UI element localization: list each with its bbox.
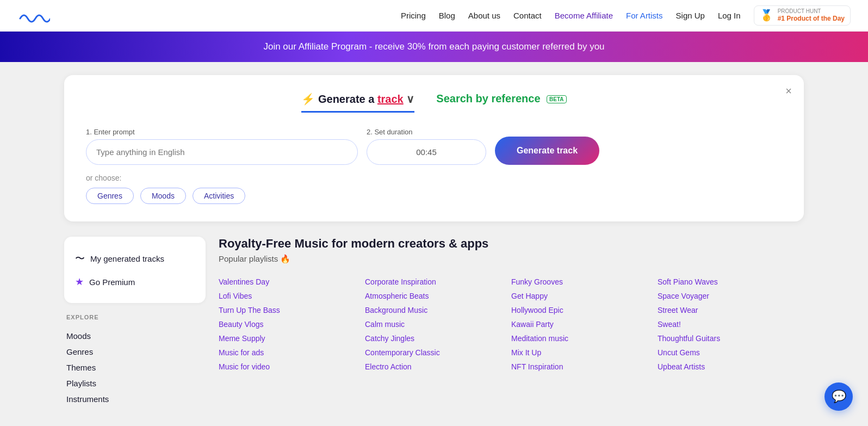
sidebar-card: 〜 My generated tracks ★ Go Premium [64,237,206,303]
playlist-electro-action[interactable]: Electro Action [365,360,511,374]
playlist-beauty-vlogs[interactable]: Beauty Vlogs [219,317,365,331]
duration-label: 2. Set duration [367,128,486,136]
popular-label: Popular playlists 🔥 [219,254,804,264]
lower-layout: 〜 My generated tracks ★ Go Premium EXPLO… [64,237,804,407]
chat-icon: 💬 [832,390,846,404]
banner-text: Join our Affiliate Program - receive 30%… [263,41,604,52]
duration-group: 2. Set duration [367,128,486,165]
header: Pricing Blog About us Contact Become Aff… [0,0,868,32]
explore-playlists[interactable]: Playlists [66,375,203,391]
lightning-icon: ⚡ [301,93,315,105]
playlist-hollywood-epic[interactable]: Hollywood Epic [511,303,658,317]
playlist-street-wear[interactable]: Street Wear [658,303,804,317]
explore-themes[interactable]: Themes [66,360,203,375]
sidebar: 〜 My generated tracks ★ Go Premium EXPLO… [64,237,206,407]
playlist-mix-it-up[interactable]: Mix It Up [511,345,658,360]
nav-login[interactable]: Log In [718,11,741,20]
nav-about[interactable]: About us [468,11,500,20]
playlists-section: Royalty-Free Music for modern creators &… [219,237,804,407]
playlist-column-3: Funky Grooves Get Happy Hollywood Epic K… [511,275,658,374]
playlist-meditation-music[interactable]: Meditation music [511,331,658,345]
logo[interactable] [17,8,50,24]
sidebar-my-tracks[interactable]: 〜 My generated tracks [75,246,195,270]
playlist-kawaii-party[interactable]: Kawaii Party [511,317,658,331]
playlist-music-for-video[interactable]: Music for video [219,360,365,374]
playlist-thoughtful-guitars[interactable]: Thoughtful Guitars [658,331,804,345]
playlist-meme-supply[interactable]: Meme Supply [219,331,365,345]
playlist-atmospheric-beats[interactable]: Atmospheric Beats [365,289,511,303]
affiliate-banner[interactable]: Join our Affiliate Program - receive 30%… [0,32,868,62]
playlist-nft-inspiration[interactable]: NFT Inspiration [511,360,658,374]
playlist-music-for-ads[interactable]: Music for ads [219,345,365,360]
waveform-icon: 〜 [75,252,85,265]
playlist-contemporary-classic[interactable]: Contemporary Classic [365,345,511,360]
playlist-column-2: Corporate Inspiration Atmospheric Beats … [365,275,511,374]
nav-affiliate[interactable]: Become Affiliate [555,11,613,20]
playlists-grid: Valentines Day Lofi Vibes Turn Up The Ba… [219,275,804,374]
playlist-space-voyager[interactable]: Space Voyager [658,289,804,303]
star-icon: ★ [75,276,84,288]
tab-search-label: Search by reference [436,92,540,104]
playlist-funky-grooves[interactable]: Funky Grooves [511,275,658,289]
generator-card: × ⚡ Generate a track ∨ Search by referen… [64,75,804,221]
ph-line2: #1 Product of the Day [778,15,845,22]
generator-tabs: ⚡ Generate a track ∨ Search by reference… [86,92,782,113]
ph-line1: PRODUCT HUNT [778,8,821,14]
explore-genres[interactable]: Genres [66,344,203,360]
filter-pills: Genres Moods Activities [86,188,782,204]
my-tracks-label: My generated tracks [90,254,164,263]
close-button[interactable]: × [785,85,792,97]
nav-pricing[interactable]: Pricing [401,11,426,20]
explore-moods[interactable]: Moods [66,328,203,344]
playlist-upbeat-artists[interactable]: Upbeat Artists [658,360,804,374]
nav-contact[interactable]: Contact [513,11,542,20]
pill-activities[interactable]: Activities [193,188,245,204]
playlist-background-music[interactable]: Background Music [365,303,511,317]
tab-search[interactable]: Search by reference BETA [436,92,566,112]
tab-generate[interactable]: ⚡ Generate a track ∨ [301,92,414,113]
playlist-corporate-inspiration[interactable]: Corporate Inspiration [365,275,511,289]
go-premium-label: Go Premium [89,277,135,287]
playlist-valentines-day[interactable]: Valentines Day [219,275,365,289]
nav-artists[interactable]: For Artists [626,11,663,20]
playlist-calm-music[interactable]: Calm music [365,317,511,331]
nav-signup[interactable]: Sign Up [676,11,705,20]
main-nav: Pricing Blog About us Contact Become Aff… [401,5,851,25]
playlist-sweat[interactable]: Sweat! [658,317,804,331]
pill-genres[interactable]: Genres [86,188,134,204]
playlist-lofi-vibes[interactable]: Lofi Vibes [219,289,365,303]
pill-moods[interactable]: Moods [140,188,186,204]
duration-input[interactable] [367,139,486,165]
prompt-group: 1. Enter prompt [86,128,358,165]
explore-instruments[interactable]: Instruments [66,391,203,407]
playlist-catchy-jingles[interactable]: Catchy Jingles [365,331,511,345]
playlist-turn-up-bass[interactable]: Turn Up The Bass [219,303,365,317]
playlist-uncut-gems[interactable]: Uncut Gems [658,345,804,360]
explore-section: EXPLORE Moods Genres Themes Playlists In… [64,314,206,407]
main-content: × ⚡ Generate a track ∨ Search by referen… [0,62,868,420]
section-title: Royalty-Free Music for modern creators &… [219,237,804,251]
explore-label: EXPLORE [66,314,203,320]
chat-button[interactable]: 💬 [824,382,853,411]
generate-button[interactable]: Generate track [495,137,599,165]
nav-blog[interactable]: Blog [439,11,455,20]
beta-badge: BETA [547,95,566,103]
or-choose-label: or choose: [86,174,782,182]
playlist-column-4: Soft Piano Waves Space Voyager Street We… [658,275,804,374]
product-hunt-badge[interactable]: 🥇 PRODUCT HUNT #1 Product of the Day [754,5,851,25]
playlist-column-1: Valentines Day Lofi Vibes Turn Up The Ba… [219,275,365,374]
sidebar-go-premium[interactable]: ★ Go Premium [75,270,195,293]
playlist-soft-piano-waves[interactable]: Soft Piano Waves [658,275,804,289]
prompt-input[interactable] [86,139,358,165]
generator-form: 1. Enter prompt 2. Set duration Generate… [86,128,782,165]
playlist-get-happy[interactable]: Get Happy [511,289,658,303]
medal-icon: 🥇 [760,9,773,22]
prompt-label: 1. Enter prompt [86,128,358,136]
